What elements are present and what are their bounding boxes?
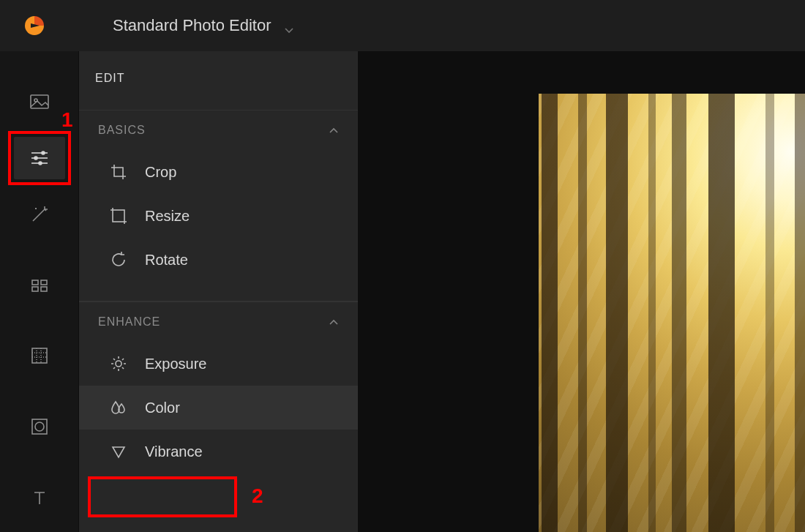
item-exposure[interactable]: Exposure bbox=[79, 342, 358, 386]
item-rotate[interactable]: Rotate bbox=[79, 238, 358, 282]
svg-rect-17 bbox=[32, 419, 47, 434]
item-vibrance[interactable]: Vibrance bbox=[79, 430, 358, 473]
svg-rect-19 bbox=[113, 210, 124, 222]
app-header: Standard Photo Editor bbox=[0, 0, 805, 51]
app-logo-icon bbox=[22, 13, 47, 38]
svg-point-7 bbox=[39, 162, 42, 165]
svg-point-3 bbox=[42, 151, 45, 154]
svg-rect-8 bbox=[32, 280, 38, 285]
tool-edit-sliders[interactable] bbox=[14, 137, 65, 180]
svg-rect-11 bbox=[41, 287, 47, 291]
triangle-down-icon bbox=[110, 443, 127, 460]
resize-icon bbox=[110, 207, 127, 225]
annotation-number-2: 2 bbox=[252, 484, 263, 508]
svg-rect-9 bbox=[41, 280, 47, 285]
section-basics-items: Crop Resize Rotate bbox=[79, 150, 358, 295]
crop-icon bbox=[110, 163, 127, 181]
edited-photo bbox=[539, 94, 805, 532]
item-crop-label: Crop bbox=[145, 164, 176, 181]
tool-vignette[interactable] bbox=[14, 405, 65, 449]
editor-mode-selector[interactable]: Standard Photo Editor bbox=[113, 16, 294, 35]
item-exposure-label: Exposure bbox=[145, 356, 207, 372]
droplet-icon bbox=[110, 399, 127, 416]
annotation-number-1: 1 bbox=[61, 108, 73, 132]
item-resize-label: Resize bbox=[145, 208, 190, 225]
sun-icon bbox=[110, 355, 127, 372]
canvas-area[interactable] bbox=[359, 51, 805, 532]
item-color[interactable]: Color bbox=[79, 386, 358, 430]
item-color-label: Color bbox=[145, 400, 180, 416]
rotate-icon bbox=[110, 251, 127, 269]
tool-grid[interactable] bbox=[14, 263, 65, 307]
svg-rect-0 bbox=[31, 95, 48, 108]
item-crop[interactable]: Crop bbox=[79, 150, 358, 194]
chevron-up-icon bbox=[329, 125, 339, 135]
svg-rect-10 bbox=[32, 287, 38, 291]
item-rotate-label: Rotate bbox=[145, 252, 188, 269]
section-enhance-items: Exposure Color Vibrance bbox=[79, 342, 358, 487]
panel-title: EDIT bbox=[79, 51, 358, 110]
tool-text[interactable] bbox=[14, 476, 65, 519]
main-area: EDIT BASICS Crop Resize Rotate ENHANCE bbox=[0, 51, 805, 532]
svg-point-5 bbox=[34, 157, 37, 160]
svg-point-20 bbox=[116, 361, 121, 367]
tool-texture[interactable] bbox=[14, 334, 65, 378]
section-enhance-header[interactable]: ENHANCE bbox=[79, 301, 358, 342]
tool-magic-wand[interactable] bbox=[14, 192, 65, 236]
item-resize[interactable]: Resize bbox=[79, 194, 358, 238]
chevron-up-icon bbox=[329, 317, 339, 327]
item-vibrance-label: Vibrance bbox=[145, 443, 203, 460]
tool-image[interactable] bbox=[14, 80, 65, 124]
section-enhance-label: ENHANCE bbox=[98, 315, 160, 329]
section-basics-label: BASICS bbox=[98, 124, 146, 137]
svg-point-18 bbox=[35, 422, 44, 431]
chevron-down-icon bbox=[284, 20, 294, 31]
editor-mode-label: Standard Photo Editor bbox=[113, 16, 271, 35]
edit-panel: EDIT BASICS Crop Resize Rotate ENHANCE bbox=[79, 51, 359, 532]
svg-rect-12 bbox=[32, 348, 47, 363]
section-basics-header[interactable]: BASICS bbox=[79, 110, 358, 150]
